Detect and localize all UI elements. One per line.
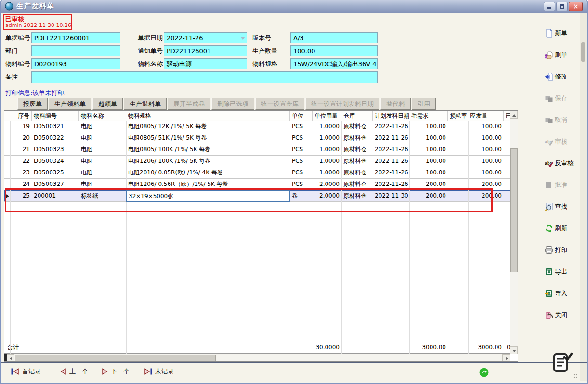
table-row[interactable]: 23D0500325电阻电阻2010/ 0.05R(欧) /1%/ 4K 每卷P… bbox=[4, 167, 510, 179]
cell[interactable]: 电阻0805/ 100K /1%/ 5K 每卷 bbox=[126, 144, 290, 156]
doc-date-field[interactable]: 2022-11-26 bbox=[164, 32, 247, 43]
cell[interactable]: 2.0000 bbox=[313, 179, 341, 190]
empty-cell[interactable] bbox=[341, 202, 373, 213]
cell[interactable]: 25 bbox=[10, 190, 32, 202]
toolbar-button-1[interactable]: 新单 bbox=[545, 26, 581, 40]
row-selector-cell[interactable] bbox=[4, 132, 10, 144]
doc-button-10[interactable]: 引用 bbox=[412, 98, 436, 110]
cell[interactable]: 21 bbox=[10, 144, 32, 156]
cell[interactable]: 电阻 bbox=[79, 132, 126, 144]
table-row[interactable]: 21D0500323电阻电阻0805/ 100K /1%/ 5K 每卷PCS1.… bbox=[4, 144, 510, 156]
cell[interactable]: 原材料仓 bbox=[341, 190, 373, 202]
cell[interactable]: 200.00 bbox=[409, 190, 448, 202]
cell[interactable]: 1.0000 bbox=[313, 121, 341, 132]
column-header[interactable]: 单位用量 bbox=[313, 111, 341, 121]
empty-cell[interactable] bbox=[126, 202, 290, 213]
doc-button-8[interactable]: 统一设置计划发料日期 bbox=[305, 98, 379, 110]
cell[interactable]: 2022-11-30 bbox=[373, 190, 409, 202]
cell[interactable]: 100.00 bbox=[409, 167, 448, 179]
row-selector-cell[interactable] bbox=[4, 156, 10, 167]
doc-no-field[interactable]: PDFL2211260001 bbox=[31, 32, 120, 43]
cell[interactable]: 电阻 bbox=[79, 121, 126, 132]
column-header[interactable]: 毛需求 bbox=[409, 111, 448, 121]
cell[interactable]: 200001 bbox=[32, 190, 79, 202]
cell[interactable]: D0500321 bbox=[32, 121, 79, 132]
cell[interactable]: 电阻0805/ 12K /1%/ 5K 每卷 bbox=[126, 121, 290, 132]
row-selector-cell[interactable] bbox=[4, 179, 10, 190]
toolbar-button-11[interactable]: 打印 bbox=[545, 243, 581, 257]
table-row[interactable]: 22D0500324电阻电阻1206/ 100K /1%/ 5K 每卷PCS1.… bbox=[4, 156, 510, 167]
cell[interactable]: 1.0000 bbox=[313, 132, 341, 144]
empty-cell[interactable] bbox=[32, 202, 79, 213]
column-header[interactable]: 单位 bbox=[290, 111, 313, 121]
material-spec-field[interactable]: 15W/24VDC输入/输出36V 400M bbox=[290, 58, 378, 69]
cell[interactable] bbox=[448, 132, 468, 144]
cell[interactable] bbox=[448, 156, 468, 167]
resize-grip[interactable] bbox=[573, 374, 579, 380]
doc-button-9[interactable]: 替代料 bbox=[380, 98, 411, 110]
nav-last-button[interactable]: 末记录 bbox=[144, 366, 174, 377]
cell[interactable]: D0500323 bbox=[32, 144, 79, 156]
column-header[interactable]: 计划发料日期 bbox=[373, 111, 409, 121]
scroll-left-arrow[interactable] bbox=[7, 354, 14, 361]
doc-button-5[interactable]: 展开半成品 bbox=[168, 98, 210, 110]
cell[interactable]: 19 bbox=[10, 121, 32, 132]
cell[interactable]: 电阻0805/ 51K /1%/ 5K 每卷 bbox=[126, 132, 290, 144]
cell[interactable]: 1.0000 bbox=[313, 167, 341, 179]
cell[interactable]: PCS bbox=[290, 144, 313, 156]
column-header[interactable]: 物料规格 bbox=[126, 111, 290, 121]
cell[interactable]: D0500327 bbox=[32, 179, 79, 190]
background-scroll-thumb[interactable] bbox=[581, 42, 585, 62]
cell[interactable]: 2022-11-26 bbox=[373, 132, 409, 144]
cell[interactable]: PCS bbox=[290, 179, 313, 190]
remark-field[interactable] bbox=[31, 71, 378, 83]
cell[interactable]: D0500324 bbox=[32, 156, 79, 167]
table-row[interactable]: 25200001标签纸32×19×5000张卷2.0000原材料仓2022-11… bbox=[4, 190, 510, 202]
row-selector-cell[interactable] bbox=[4, 167, 10, 179]
cell[interactable]: 1.0000 bbox=[313, 144, 341, 156]
cell[interactable]: 100.00 bbox=[468, 121, 504, 132]
cell[interactable]: PCS bbox=[290, 132, 313, 144]
cell[interactable]: 电阻 bbox=[79, 179, 126, 190]
cell[interactable]: PCS bbox=[290, 167, 313, 179]
cell[interactable]: 电阻1206/ 0.56R（欧）/1%/ 5K 每卷 bbox=[126, 179, 290, 190]
cell[interactable]: 2022-11-26 bbox=[373, 179, 409, 190]
cell[interactable]: 原材料仓 bbox=[341, 132, 373, 144]
nav-next-button[interactable]: 下一个 bbox=[102, 366, 130, 377]
cell[interactable]: 原材料仓 bbox=[341, 144, 373, 156]
cell[interactable]: 2022-11-26 bbox=[373, 156, 409, 167]
toolbar-button-9[interactable]: 查找 bbox=[545, 200, 581, 213]
cell[interactable]: 100.00 bbox=[468, 132, 504, 144]
cell[interactable]: 100.00 bbox=[468, 167, 504, 179]
column-header[interactable]: 损耗率 bbox=[448, 111, 468, 121]
cell[interactable]: 200.00 bbox=[468, 190, 504, 202]
cell[interactable]: 100.00 bbox=[409, 121, 448, 132]
table-row[interactable]: 20D0500322电阻电阻0805/ 51K /1%/ 5K 每卷PCS1.0… bbox=[4, 132, 510, 144]
row-selector-header[interactable] bbox=[4, 111, 10, 121]
cell[interactable]: 22 bbox=[10, 156, 32, 167]
table-row[interactable]: 19D0500321电阻电阻0805/ 12K /1%/ 5K 每卷PCS1.0… bbox=[4, 121, 510, 132]
notice-no-field[interactable]: PD221126001 bbox=[164, 45, 247, 56]
cell[interactable]: D0500325 bbox=[32, 167, 79, 179]
cell[interactable]: 电阻 bbox=[79, 144, 126, 156]
cell[interactable]: PCS bbox=[290, 121, 313, 132]
doc-button-2[interactable]: 生产领料单 bbox=[49, 98, 91, 110]
cell[interactable]: 100.00 bbox=[409, 132, 448, 144]
scroll-right-arrow[interactable] bbox=[502, 354, 510, 361]
cell[interactable]: PCS bbox=[290, 156, 313, 167]
cell[interactable] bbox=[448, 190, 468, 202]
title-bar[interactable]: 生产发料单 × bbox=[1, 0, 587, 13]
maximize-button[interactable] bbox=[556, 2, 568, 11]
vertical-scroll-thumb[interactable] bbox=[510, 148, 518, 272]
cell[interactable] bbox=[448, 179, 468, 190]
minimize-button[interactable] bbox=[544, 2, 555, 11]
doc-button-1[interactable]: 报废单 bbox=[17, 98, 48, 110]
toolbar-button-3[interactable]: 修改 bbox=[545, 70, 581, 83]
column-header[interactable]: 仓库 bbox=[341, 111, 373, 121]
toolbar-button-10[interactable]: 刷新 bbox=[545, 222, 581, 235]
empty-cell[interactable] bbox=[373, 202, 409, 213]
cell[interactable]: 2.0000 bbox=[313, 190, 341, 202]
row-selector-cell[interactable] bbox=[4, 144, 10, 156]
cell[interactable]: 200.00 bbox=[468, 179, 504, 190]
scroll-down-arrow[interactable] bbox=[510, 346, 518, 354]
